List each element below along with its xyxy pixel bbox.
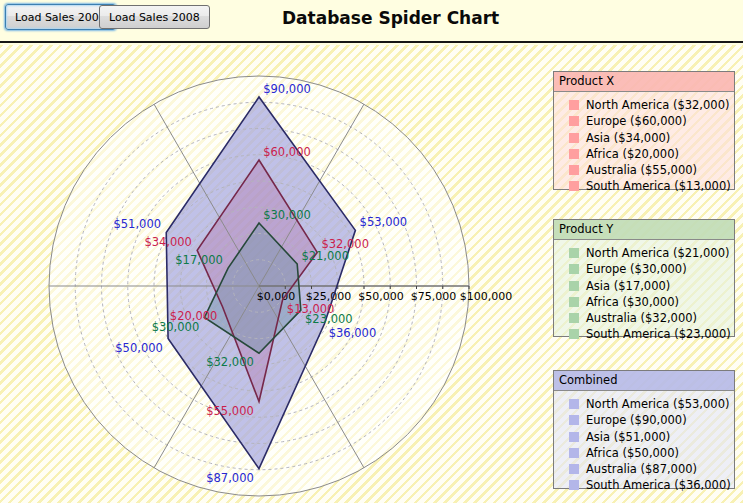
legend-swatch-icon: [569, 432, 579, 442]
legend-item-label: South America ($13,000): [586, 179, 731, 193]
legend-item-label: North America ($53,000): [586, 397, 729, 411]
legend-swatch-icon: [569, 415, 579, 425]
chart-area: $0,000$25,000$50,000$75,000$100,000$32,0…: [0, 45, 743, 503]
legend-swatch-icon: [569, 448, 579, 458]
legend-swatch-icon: [569, 281, 579, 291]
legend-item-label: Asia ($17,000): [586, 279, 670, 293]
legend-swatch-icon: [569, 116, 579, 126]
legend-item-label: Australia ($32,000): [586, 311, 697, 325]
legend-swatch-icon: [569, 480, 579, 490]
legend-item-label: Europe ($60,000): [586, 114, 687, 128]
legend-swatch-icon: [569, 149, 579, 159]
legend-item-label: Europe ($90,000): [586, 413, 687, 427]
legend-item-label: Australia ($87,000): [586, 462, 697, 476]
legend-swatch-icon: [569, 464, 579, 474]
legend-item: South America ($36,000): [554, 476, 734, 492]
legend-item-label: Europe ($30,000): [586, 262, 687, 276]
legend-item-label: North America ($21,000): [586, 246, 729, 260]
data-label: $32,000: [206, 355, 254, 369]
data-label: $36,000: [329, 326, 377, 340]
legend-item: Africa ($20,000): [554, 145, 734, 161]
legend-item-label: Asia ($51,000): [586, 430, 670, 444]
legend-item: Africa ($50,000): [554, 444, 734, 460]
legend-swatch-icon: [569, 399, 579, 409]
legend-item: Australia ($87,000): [554, 460, 734, 476]
data-label: $23,000: [305, 312, 353, 326]
legend-item-label: Africa ($20,000): [586, 147, 679, 161]
legend-item: Europe ($30,000): [554, 260, 734, 276]
legend-item-label: Asia ($34,000): [586, 131, 670, 145]
legend-title: Product Y: [554, 220, 734, 240]
legend-title: Combined: [554, 371, 734, 391]
data-label: $30,000: [152, 320, 200, 334]
data-label: $87,000: [206, 471, 254, 485]
data-label: $55,000: [206, 404, 254, 418]
data-label: $17,000: [175, 253, 223, 267]
legend-item-label: Australia ($55,000): [586, 163, 697, 177]
data-label: $90,000: [263, 82, 311, 96]
data-label: $50,000: [115, 341, 163, 355]
legend-items: North America ($21,000)Europe ($30,000)A…: [554, 240, 734, 345]
app-window: Load Sales 2007 Load Sales 2008 Database…: [0, 0, 743, 503]
axis-tick-label: $100,000: [460, 290, 513, 303]
legend-items: North America ($32,000)Europe ($60,000)A…: [554, 92, 734, 197]
legend-item: Australia ($55,000): [554, 161, 734, 177]
legend-item: South America ($23,000): [554, 325, 734, 341]
legend-item: North America ($53,000): [554, 395, 734, 411]
axis-tick-label: $50,000: [358, 290, 404, 303]
legend-swatch-icon: [569, 329, 579, 339]
legend-item-label: South America ($36,000): [586, 478, 731, 492]
legend-item: Asia ($34,000): [554, 129, 734, 145]
legend-swatch-icon: [569, 264, 579, 274]
legend-items: North America ($53,000)Europe ($90,000)A…: [554, 391, 734, 496]
legend-swatch-icon: [569, 313, 579, 323]
legend-item-label: Africa ($50,000): [586, 446, 679, 460]
spider-chart: $0,000$25,000$50,000$75,000$100,000$32,0…: [0, 45, 543, 503]
legend-item: North America ($21,000): [554, 244, 734, 260]
legend-item: Asia ($51,000): [554, 428, 734, 444]
data-label: $53,000: [360, 215, 408, 229]
axis-tick-label: $75,000: [411, 290, 457, 303]
legend-item: Australia ($32,000): [554, 309, 734, 325]
legend-swatch-icon: [569, 297, 579, 307]
toolbar: Load Sales 2007 Load Sales 2008 Database…: [0, 0, 743, 43]
legend-item-label: North America ($32,000): [586, 98, 729, 112]
legend-swatch-icon: [569, 133, 579, 143]
legend-item: South America ($13,000): [554, 177, 734, 193]
legend-title: Product X: [554, 72, 734, 92]
data-label: $60,000: [263, 145, 311, 159]
legend-swatch-icon: [569, 248, 579, 258]
legend-swatch-icon: [569, 100, 579, 110]
legend-item: Europe ($90,000): [554, 411, 734, 427]
data-label: $51,000: [113, 217, 161, 231]
data-label: $21,000: [301, 249, 349, 263]
legend-product-x: Product XNorth America ($32,000)Europe (…: [553, 71, 735, 190]
load-sales-2008-button[interactable]: Load Sales 2008: [99, 5, 210, 29]
page-title: Database Spider Chart: [282, 8, 499, 28]
legend-item-label: South America ($23,000): [586, 327, 731, 341]
legend-item-label: Africa ($30,000): [586, 295, 679, 309]
legend-swatch-icon: [569, 165, 579, 175]
data-label: $30,000: [263, 208, 311, 222]
legend-item: Europe ($60,000): [554, 112, 734, 128]
legend-combined: CombinedNorth America ($53,000)Europe ($…: [553, 370, 735, 489]
legend-item: Asia ($17,000): [554, 277, 734, 293]
data-label: $34,000: [144, 235, 192, 249]
legend-item: Africa ($30,000): [554, 293, 734, 309]
legend-product-y: Product YNorth America ($21,000)Europe (…: [553, 219, 735, 337]
legend-swatch-icon: [569, 181, 579, 191]
legend-item: North America ($32,000): [554, 96, 734, 112]
